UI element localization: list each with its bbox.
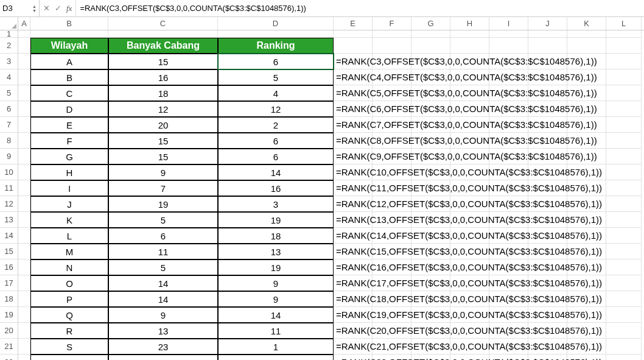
cell[interactable]	[18, 339, 30, 355]
table-header-banyak[interactable]: Banyak Cabang	[108, 38, 218, 54]
ranking-cell[interactable]: 16	[218, 355, 334, 360]
cell[interactable]	[606, 307, 642, 323]
ranking-cell[interactable]: 19	[218, 212, 334, 228]
col-header[interactable]: H	[450, 17, 489, 30]
cell[interactable]	[606, 164, 642, 180]
cell[interactable]	[18, 133, 30, 149]
cell[interactable]	[606, 149, 642, 164]
formula-text-cell[interactable]: =RANK(C19,OFFSET($C$3,0,0,COUNTA($C$3:$C…	[334, 307, 373, 323]
cell[interactable]	[606, 275, 642, 291]
row-header[interactable]: 22	[0, 355, 18, 360]
cell[interactable]	[373, 30, 411, 38]
banyak-cell[interactable]: 7	[108, 355, 218, 360]
cell[interactable]	[528, 30, 567, 38]
cell[interactable]	[411, 30, 450, 38]
cell[interactable]	[18, 149, 30, 164]
col-header[interactable]: G	[411, 17, 450, 30]
wilayah-cell[interactable]: M	[30, 244, 108, 259]
formula-text-cell[interactable]: =RANK(C9,OFFSET($C$3,0,0,COUNTA($C$3:$C$…	[334, 149, 373, 164]
banyak-cell[interactable]: 9	[108, 164, 218, 180]
cell[interactable]	[18, 259, 30, 275]
row-header[interactable]: 12	[0, 196, 18, 212]
cell[interactable]	[528, 38, 567, 54]
formula-text-cell[interactable]: =RANK(C21,OFFSET($C$3,0,0,COUNTA($C$3:$C…	[334, 339, 373, 355]
enter-icon[interactable]: ✓	[55, 4, 61, 13]
wilayah-cell[interactable]: S	[30, 339, 108, 355]
cell[interactable]	[18, 69, 30, 85]
banyak-cell[interactable]: 5	[108, 212, 218, 228]
cell[interactable]	[18, 244, 30, 259]
formula-text-cell[interactable]: =RANK(C17,OFFSET($C$3,0,0,COUNTA($C$3:$C…	[334, 275, 373, 291]
wilayah-cell[interactable]: I	[30, 180, 108, 196]
formula-text-cell[interactable]: =RANK(C15,OFFSET($C$3,0,0,COUNTA($C$3:$C…	[334, 244, 373, 259]
ranking-cell[interactable]: 9	[218, 291, 334, 307]
cell[interactable]	[606, 54, 642, 69]
table-header-ranking[interactable]: Ranking	[218, 38, 334, 54]
cell[interactable]	[450, 30, 489, 38]
banyak-cell[interactable]: 14	[108, 275, 218, 291]
banyak-cell[interactable]: 7	[108, 180, 218, 196]
cell[interactable]	[373, 38, 411, 54]
wilayah-cell[interactable]: Q	[30, 307, 108, 323]
fx-icon[interactable]: fx	[66, 4, 72, 13]
cell[interactable]	[606, 339, 642, 355]
cell[interactable]	[218, 30, 334, 38]
cell[interactable]	[334, 30, 373, 38]
row-header[interactable]: 6	[0, 101, 18, 117]
cell[interactable]	[606, 85, 642, 101]
formula-text-cell[interactable]: =RANK(C18,OFFSET($C$3,0,0,COUNTA($C$3:$C…	[334, 291, 373, 307]
cell[interactable]	[606, 133, 642, 149]
ranking-cell[interactable]: 3	[218, 196, 334, 212]
table-header-wilayah[interactable]: Wilayah	[30, 38, 108, 54]
ranking-cell[interactable]: 1	[218, 339, 334, 355]
cell[interactable]	[18, 85, 30, 101]
wilayah-cell[interactable]: P	[30, 291, 108, 307]
cell[interactable]	[489, 30, 528, 38]
formula-text-cell[interactable]: =RANK(C7,OFFSET($C$3,0,0,COUNTA($C$3:$C$…	[334, 117, 373, 133]
col-header[interactable]: D	[218, 17, 334, 30]
cell[interactable]	[606, 101, 642, 117]
cell[interactable]	[108, 30, 218, 38]
cell[interactable]	[606, 69, 642, 85]
cell[interactable]	[606, 259, 642, 275]
wilayah-cell[interactable]: G	[30, 149, 108, 164]
col-header[interactable]: F	[373, 17, 411, 30]
ranking-cell[interactable]: 19	[218, 259, 334, 275]
cell[interactable]	[567, 30, 606, 38]
formula-text-cell[interactable]: =RANK(C4,OFFSET($C$3,0,0,COUNTA($C$3:$C$…	[334, 69, 373, 85]
wilayah-cell[interactable]: D	[30, 101, 108, 117]
col-header[interactable]: L	[606, 17, 642, 30]
formula-text-cell[interactable]: =RANK(C5,OFFSET($C$3,0,0,COUNTA($C$3:$C$…	[334, 85, 373, 101]
col-header[interactable]: I	[489, 17, 528, 30]
row-header[interactable]: 5	[0, 85, 18, 101]
cell[interactable]	[606, 38, 642, 54]
cell[interactable]	[18, 117, 30, 133]
banyak-cell[interactable]: 15	[108, 133, 218, 149]
formula-text-cell[interactable]: =RANK(C10,OFFSET($C$3,0,0,COUNTA($C$3:$C…	[334, 164, 373, 180]
ranking-cell[interactable]: 2	[218, 117, 334, 133]
wilayah-cell[interactable]: E	[30, 117, 108, 133]
select-all-corner[interactable]	[0, 17, 18, 30]
formula-text-cell[interactable]: =RANK(C13,OFFSET($C$3,0,0,COUNTA($C$3:$C…	[334, 212, 373, 228]
col-header[interactable]: B	[30, 17, 108, 30]
wilayah-cell[interactable]: O	[30, 275, 108, 291]
cell[interactable]	[606, 180, 642, 196]
cell[interactable]	[606, 30, 642, 38]
banyak-cell[interactable]: 5	[108, 259, 218, 275]
cell[interactable]	[450, 38, 489, 54]
ranking-cell[interactable]: 16	[218, 180, 334, 196]
col-header[interactable]: C	[108, 17, 218, 30]
banyak-cell[interactable]: 15	[108, 149, 218, 164]
formula-text-cell[interactable]: =RANK(C12,OFFSET($C$3,0,0,COUNTA($C$3:$C…	[334, 196, 373, 212]
banyak-cell[interactable]: 13	[108, 323, 218, 339]
row-header[interactable]: 7	[0, 117, 18, 133]
row-header[interactable]: 13	[0, 212, 18, 228]
cell[interactable]	[30, 30, 108, 38]
formula-text-cell[interactable]: =RANK(C3,OFFSET($C$3,0,0,COUNTA($C$3:$C$…	[334, 54, 373, 69]
row-header[interactable]: 4	[0, 69, 18, 85]
wilayah-cell[interactable]: F	[30, 133, 108, 149]
banyak-cell[interactable]: 20	[108, 117, 218, 133]
wilayah-cell[interactable]: N	[30, 259, 108, 275]
formula-text-cell[interactable]: =RANK(C20,OFFSET($C$3,0,0,COUNTA($C$3:$C…	[334, 323, 373, 339]
wilayah-cell[interactable]: R	[30, 323, 108, 339]
